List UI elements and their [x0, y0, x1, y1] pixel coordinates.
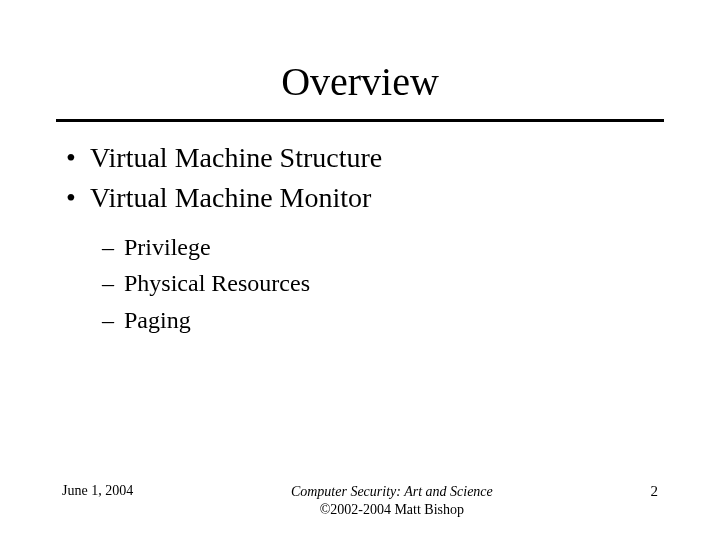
footer-center: Computer Security: Art and Science ©2002… [133, 483, 650, 518]
slide: Overview • Virtual Machine Structure • V… [0, 0, 720, 540]
slide-title: Overview [0, 0, 720, 119]
footer-date: June 1, 2004 [62, 483, 133, 499]
footer-page-number: 2 [651, 483, 659, 500]
dash-icon: – [102, 270, 124, 297]
bullet-text: Virtual Machine Structure [90, 140, 382, 176]
bullet-dot-icon: • [66, 184, 90, 212]
title-rule [56, 119, 664, 122]
footer-copyright: ©2002-2004 Matt Bishop [133, 501, 650, 519]
footer-book-title: Computer Security: Art and Science [133, 483, 650, 501]
sub-bullet-text: Physical Resources [124, 267, 310, 299]
dash-icon: – [102, 234, 124, 261]
sub-bullet-list: – Privilege – Physical Resources – Pagin… [102, 231, 654, 336]
bullet-text: Virtual Machine Monitor [90, 180, 371, 216]
sub-bullet-text: Paging [124, 304, 191, 336]
sub-bullet-item: – Privilege [102, 231, 654, 263]
sub-bullet-item: – Physical Resources [102, 267, 654, 299]
sub-bullet-item: – Paging [102, 304, 654, 336]
dash-icon: – [102, 307, 124, 334]
bullet-item: • Virtual Machine Structure [66, 140, 654, 176]
sub-bullet-text: Privilege [124, 231, 211, 263]
bullet-dot-icon: • [66, 144, 90, 172]
bullet-item: • Virtual Machine Monitor [66, 180, 654, 216]
footer: June 1, 2004 Computer Security: Art and … [0, 483, 720, 518]
content-area: • Virtual Machine Structure • Virtual Ma… [66, 140, 654, 336]
